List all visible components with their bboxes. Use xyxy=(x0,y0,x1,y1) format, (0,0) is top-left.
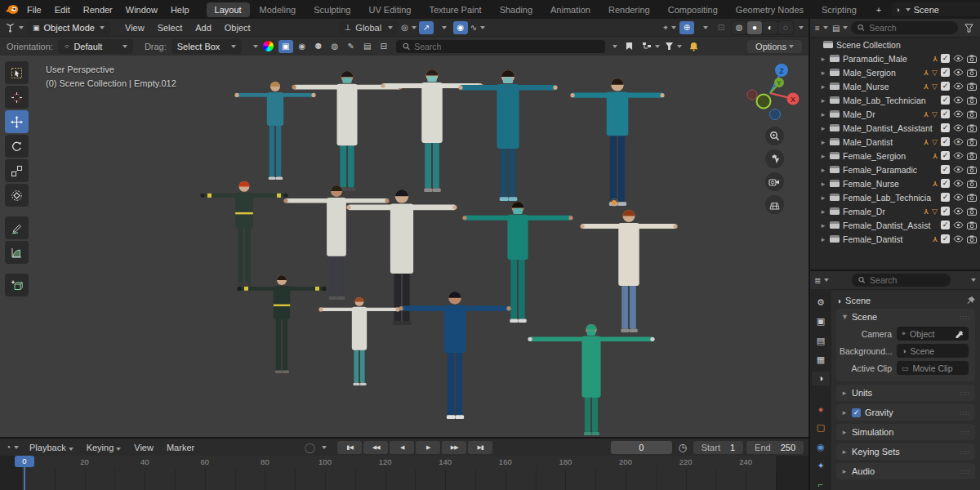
shading-wireframe-button[interactable]: ◍ xyxy=(732,21,746,34)
exclude-checkbox[interactable]: ✓ xyxy=(941,137,950,146)
hide-eye-icon[interactable] xyxy=(953,82,964,90)
tool-scale-button[interactable] xyxy=(5,159,29,182)
color-wheel-icon[interactable] xyxy=(263,41,274,51)
render-camera-icon[interactable] xyxy=(967,180,977,188)
expand-chevron[interactable]: ▸ xyxy=(820,221,826,229)
character-male-doctor-beard[interactable] xyxy=(283,185,389,300)
exclude-checkbox[interactable]: ✓ xyxy=(941,82,950,91)
auto-keying-toggle[interactable]: ◯ xyxy=(302,441,317,454)
character-female-nurse-navy[interactable] xyxy=(570,78,664,206)
hide-eye-icon[interactable] xyxy=(953,180,964,187)
outliner-row[interactable]: ▸Female_Paramadic✓ xyxy=(810,163,980,176)
expand-chevron[interactable]: ▸ xyxy=(820,152,826,160)
visibility-layers-icon[interactable]: ▤ xyxy=(360,40,375,53)
expand-chevron[interactable]: ▸ xyxy=(820,194,826,202)
workspace-tab-compositing[interactable]: Compositing xyxy=(660,2,726,17)
current-frame-field[interactable]: 0 xyxy=(611,441,672,454)
exclude-checkbox[interactable]: ✓ xyxy=(941,109,950,118)
options-button[interactable]: Options xyxy=(747,40,802,53)
shading-material-button[interactable]: ◐ xyxy=(763,21,777,34)
tool-add-cube-button[interactable] xyxy=(5,274,29,296)
workspace-tab-uv-editing[interactable]: UV Editing xyxy=(360,2,419,17)
expand-chevron[interactable]: ▸ xyxy=(820,96,826,105)
active-clip-field[interactable]: ▭Movie Clip xyxy=(897,361,969,375)
expand-chevron[interactable]: ▸ xyxy=(820,235,826,243)
outliner-row[interactable]: ▸Male_NurseY▽✓ xyxy=(810,79,980,93)
outliner-row[interactable]: ▸Female_DrY▽✓ xyxy=(810,204,980,218)
playhead[interactable]: 0 xyxy=(15,456,34,467)
render-camera-icon[interactable] xyxy=(967,96,977,105)
hide-eye-icon[interactable] xyxy=(953,207,964,215)
output-properties-tab[interactable]: ▤ xyxy=(812,333,830,347)
hide-eye-icon[interactable] xyxy=(953,194,964,201)
expand-chevron[interactable]: ▸ xyxy=(820,82,826,91)
visibility-brush-icon[interactable]: ✎ xyxy=(344,40,359,53)
panel-gravity[interactable]: ▸✓Gravity:::: xyxy=(836,404,975,421)
tool-transform-button[interactable] xyxy=(5,184,29,207)
viewport-menu-object[interactable]: Object xyxy=(218,21,257,34)
view-layer-properties-tab[interactable]: ▦ xyxy=(812,353,830,367)
exclude-checkbox[interactable]: ✓ xyxy=(941,220,950,229)
tool-measure-button[interactable] xyxy=(5,241,29,264)
orientation-gizmo[interactable]: Z Y X xyxy=(746,60,803,122)
menu-help[interactable]: Help xyxy=(164,3,196,16)
timeline-menu-marker[interactable]: Marker xyxy=(160,441,201,454)
snap-settings-button[interactable] xyxy=(436,21,451,34)
panel-grip[interactable]: :::: xyxy=(960,314,970,321)
xray-toggle[interactable]: ⊡ xyxy=(714,21,728,34)
notification-bell-icon[interactable] xyxy=(687,40,702,53)
outliner-row[interactable]: ▸Female_Dantist_Assist✓ xyxy=(810,218,980,232)
exclude-checkbox[interactable]: ✓ xyxy=(941,151,950,160)
tool-annotate-button[interactable] xyxy=(5,216,29,239)
exclude-checkbox[interactable]: ✓ xyxy=(941,123,950,132)
properties-search[interactable] xyxy=(852,274,951,287)
mode-selector[interactable]: ▣ Object Mode xyxy=(27,20,110,35)
pan-hand-button[interactable] xyxy=(765,149,784,168)
outliner-row[interactable]: ▸Male_DantistY▽✓ xyxy=(810,135,980,149)
properties-editor-type-button[interactable]: ≣ xyxy=(814,274,829,287)
expand-chevron[interactable]: ▸ xyxy=(820,124,826,132)
expand-chevron[interactable]: ▸ xyxy=(820,207,826,216)
tool-move-button[interactable] xyxy=(5,110,29,133)
visibility-people-icon[interactable]: ⚉ xyxy=(311,40,326,53)
shading-solid-button[interactable]: ● xyxy=(747,21,762,34)
properties-search-input[interactable] xyxy=(870,275,944,285)
viewport-menu-view[interactable]: View xyxy=(118,21,151,34)
menu-render[interactable]: Render xyxy=(77,3,119,16)
character-male-firefighter[interactable] xyxy=(237,275,326,373)
menu-edit[interactable]: Edit xyxy=(48,3,77,16)
workspace-tab-shading[interactable]: Shading xyxy=(492,2,541,17)
outliner-row[interactable]: ▸Male_DrY▽✓ xyxy=(810,107,980,121)
pin-icon[interactable] xyxy=(967,296,975,305)
character-male-nurse-navy[interactable] xyxy=(399,292,510,419)
camera-field[interactable]: ⌖Object xyxy=(897,327,969,341)
jump-start-button[interactable]: ▮◀ xyxy=(337,441,362,454)
show-gizmo-button[interactable]: ⌖ xyxy=(662,21,677,34)
play-button[interactable]: ▶ xyxy=(416,441,440,454)
workspace-tab-rendering[interactable]: Rendering xyxy=(600,2,658,17)
render-camera-icon[interactable] xyxy=(967,138,977,146)
transform-orientation-selector[interactable]: ⊥ Global xyxy=(339,20,399,35)
scene-selector[interactable]: ◑ Scene xyxy=(892,2,980,16)
render-camera-icon[interactable] xyxy=(967,235,977,243)
panel-audio[interactable]: ▸Audio:::: xyxy=(836,463,975,479)
jump-end-button[interactable]: ▶▮ xyxy=(468,441,492,454)
exclude-checkbox[interactable]: ✓ xyxy=(941,96,950,105)
expand-chevron[interactable]: ▸ xyxy=(820,166,826,174)
character-male-nurse-mask[interactable] xyxy=(462,202,572,323)
outliner-search-input[interactable] xyxy=(869,23,951,33)
exclude-checkbox[interactable]: ✓ xyxy=(941,68,950,77)
character-female-nurse-teal[interactable] xyxy=(234,82,315,180)
properties-options-caret[interactable] xyxy=(971,278,976,282)
hide-eye-icon[interactable] xyxy=(953,235,964,243)
timeline-ruler[interactable]: 204060801001201401601802002202400 xyxy=(0,456,808,490)
blender-logo-icon[interactable] xyxy=(5,4,19,15)
perspective-toggle-button[interactable] xyxy=(765,195,784,214)
camera-view-button[interactable] xyxy=(765,172,784,191)
hide-eye-icon[interactable] xyxy=(953,124,964,131)
character-female-paramedic[interactable] xyxy=(200,181,287,286)
viewport-search[interactable] xyxy=(396,40,605,53)
snap-toggle[interactable]: ↗ xyxy=(419,21,434,34)
frame-end-field[interactable]: End 250 xyxy=(746,441,804,454)
viewport-menu-select[interactable]: Select xyxy=(151,21,189,34)
